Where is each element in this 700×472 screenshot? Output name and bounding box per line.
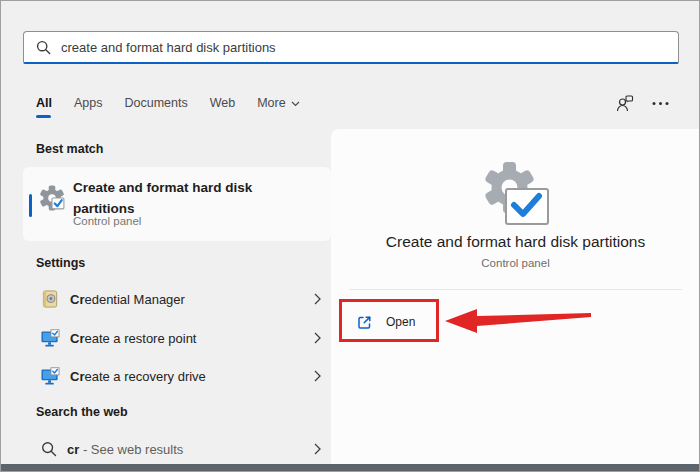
result-create-restore-point[interactable]: Create a restore point <box>23 319 331 357</box>
tab-apps[interactable]: Apps <box>74 96 103 110</box>
chevron-right-icon <box>314 332 321 344</box>
open-button[interactable]: Open <box>347 307 425 337</box>
search-icon <box>36 40 51 55</box>
tab-web[interactable]: Web <box>210 96 235 110</box>
settings-header: Settings <box>36 256 85 270</box>
result-label: Create a recovery drive <box>70 369 206 384</box>
account-icon[interactable] <box>615 94 634 113</box>
window-bottom-edge <box>1 464 699 471</box>
windows-search-flyout: create and format hard disk partitions A… <box>0 0 700 472</box>
result-see-web-results[interactable]: cr - See web results <box>23 430 331 468</box>
search-icon <box>41 441 57 457</box>
gear-with-check-icon <box>39 185 65 211</box>
chevron-right-icon <box>314 370 321 382</box>
preview-title: Create and format hard disk partitions <box>331 233 700 251</box>
search-tabs: All Apps Documents Web More <box>36 89 669 117</box>
best-match-title: Create and format hard disk partitions <box>73 178 313 220</box>
chevron-right-icon <box>314 443 321 455</box>
result-label: Create a restore point <box>70 331 196 346</box>
monitor-with-check-icon <box>41 367 60 386</box>
result-label: cr - See web results <box>67 442 183 457</box>
gear-with-check-icon <box>481 159 551 225</box>
result-credential-manager[interactable]: Credential Manager <box>23 280 331 318</box>
best-match-header: Best match <box>36 142 103 156</box>
tab-documents[interactable]: Documents <box>124 96 187 110</box>
search-input[interactable]: create and format hard disk partitions <box>23 31 679 64</box>
ellipsis-icon[interactable] <box>652 101 669 106</box>
chevron-down-icon <box>291 96 300 110</box>
selection-accent-bar <box>29 194 32 217</box>
preview-subtitle: Control panel <box>331 257 700 269</box>
tab-all-underline <box>36 115 51 118</box>
result-create-recovery-drive[interactable]: Create a recovery drive <box>23 357 331 395</box>
safe-icon <box>41 290 60 309</box>
best-match-subtitle: Control panel <box>73 215 141 227</box>
tab-all[interactable]: All <box>36 96 52 110</box>
chevron-right-icon <box>314 293 321 305</box>
search-query-text: create and format hard disk partitions <box>61 40 276 55</box>
tab-more[interactable]: More <box>257 96 299 110</box>
result-label: Credential Manager <box>70 292 185 307</box>
preview-panel: Create and format hard disk partitions C… <box>331 129 700 466</box>
open-button-label: Open <box>386 315 415 329</box>
open-external-icon <box>357 315 372 330</box>
search-web-header: Search the web <box>36 405 128 419</box>
monitor-with-check-icon <box>41 329 60 348</box>
divider <box>349 289 682 290</box>
best-match-result[interactable]: Create and format hard disk partitions C… <box>23 167 331 241</box>
